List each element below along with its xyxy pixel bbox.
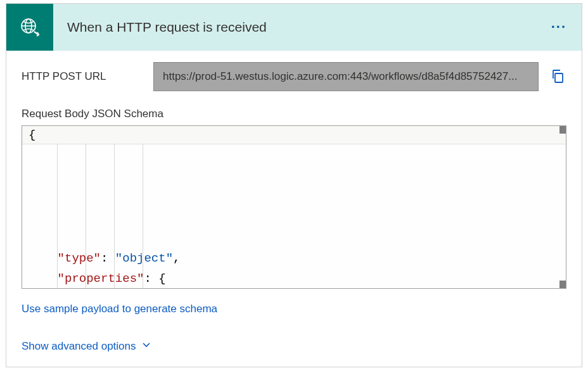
code-line-2: "properties": {	[29, 272, 166, 286]
card-menu-button[interactable]: ···	[547, 18, 570, 37]
code-line-0: {	[22, 126, 566, 144]
code-line-1: "type": "object",	[29, 251, 180, 265]
card-header: When a HTTP request is received ···	[6, 4, 582, 51]
http-post-url-field[interactable]: https://prod-51.westus.logic.azure.com:4…	[153, 62, 539, 91]
show-advanced-options-label: Show advanced options	[22, 340, 136, 353]
copy-url-button[interactable]	[550, 68, 566, 85]
use-sample-payload-link[interactable]: Use sample payload to generate schema	[22, 303, 217, 315]
code-lines: "type": "object", "properties": { "heade…	[22, 144, 566, 289]
chevron-down-icon	[141, 339, 151, 353]
sample-payload-row: Use sample payload to generate schema	[22, 303, 566, 315]
http-trigger-card: When a HTTP request is received ··· HTTP…	[6, 3, 582, 367]
copy-icon	[550, 68, 565, 84]
http-post-url-row: HTTP POST URL https://prod-51.westus.log…	[22, 62, 566, 91]
svg-rect-3	[555, 73, 563, 82]
http-request-icon	[6, 4, 53, 51]
card-title: When a HTTP request is received	[53, 20, 547, 35]
http-post-url-label: HTTP POST URL	[22, 70, 142, 83]
card-body: HTTP POST URL https://prod-51.westus.log…	[6, 51, 582, 367]
scrollbar-cap-top	[559, 126, 566, 134]
schema-label: Request Body JSON Schema	[22, 108, 566, 120]
json-schema-editor[interactable]: { "type": "object", "properties": { "hea…	[22, 125, 566, 289]
show-advanced-options-button[interactable]: Show advanced options	[22, 339, 151, 353]
